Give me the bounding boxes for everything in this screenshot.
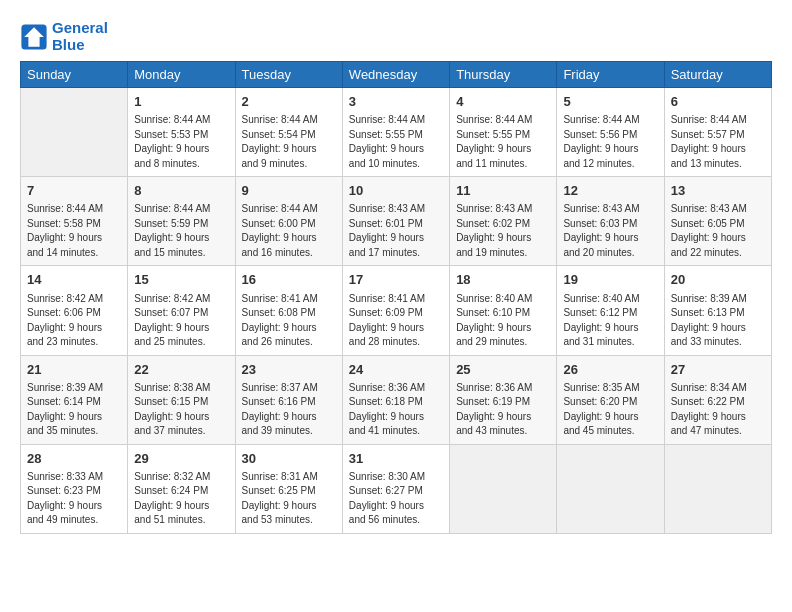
cell-content: Sunrise: 8:44 AMSunset: 5:55 PMDaylight:…	[349, 113, 443, 171]
daylight-text: Daylight: 9 hours and 25 minutes.	[134, 321, 228, 350]
daylight-text: Daylight: 9 hours and 39 minutes.	[242, 410, 336, 439]
cell-content: Sunrise: 8:31 AMSunset: 6:25 PMDaylight:…	[242, 470, 336, 528]
cell-content: Sunrise: 8:44 AMSunset: 5:55 PMDaylight:…	[456, 113, 550, 171]
sunrise-text: Sunrise: 8:33 AM	[27, 470, 121, 485]
sunrise-text: Sunrise: 8:44 AM	[456, 113, 550, 128]
sunrise-text: Sunrise: 8:39 AM	[27, 381, 121, 396]
calendar-cell: 7Sunrise: 8:44 AMSunset: 5:58 PMDaylight…	[21, 177, 128, 266]
sunset-text: Sunset: 6:00 PM	[242, 217, 336, 232]
logo-icon	[20, 23, 48, 51]
calendar-cell: 19Sunrise: 8:40 AMSunset: 6:12 PMDayligh…	[557, 266, 664, 355]
sunrise-text: Sunrise: 8:44 AM	[242, 113, 336, 128]
day-number: 11	[456, 182, 550, 200]
day-number: 28	[27, 450, 121, 468]
day-number: 22	[134, 361, 228, 379]
daylight-text: Daylight: 9 hours and 12 minutes.	[563, 142, 657, 171]
cell-content: Sunrise: 8:35 AMSunset: 6:20 PMDaylight:…	[563, 381, 657, 439]
calendar-week-row: 14Sunrise: 8:42 AMSunset: 6:06 PMDayligh…	[21, 266, 772, 355]
sunset-text: Sunset: 6:12 PM	[563, 306, 657, 321]
sunset-text: Sunset: 6:14 PM	[27, 395, 121, 410]
cell-content: Sunrise: 8:43 AMSunset: 6:05 PMDaylight:…	[671, 202, 765, 260]
sunset-text: Sunset: 6:22 PM	[671, 395, 765, 410]
calendar-cell: 25Sunrise: 8:36 AMSunset: 6:19 PMDayligh…	[450, 355, 557, 444]
sunset-text: Sunset: 6:09 PM	[349, 306, 443, 321]
day-number: 3	[349, 93, 443, 111]
daylight-text: Daylight: 9 hours and 14 minutes.	[27, 231, 121, 260]
cell-content: Sunrise: 8:39 AMSunset: 6:14 PMDaylight:…	[27, 381, 121, 439]
day-number: 26	[563, 361, 657, 379]
calendar-week-row: 21Sunrise: 8:39 AMSunset: 6:14 PMDayligh…	[21, 355, 772, 444]
daylight-text: Daylight: 9 hours and 33 minutes.	[671, 321, 765, 350]
calendar-cell: 6Sunrise: 8:44 AMSunset: 5:57 PMDaylight…	[664, 88, 771, 177]
cell-content: Sunrise: 8:40 AMSunset: 6:12 PMDaylight:…	[563, 292, 657, 350]
cell-content: Sunrise: 8:44 AMSunset: 5:54 PMDaylight:…	[242, 113, 336, 171]
daylight-text: Daylight: 9 hours and 26 minutes.	[242, 321, 336, 350]
cell-content: Sunrise: 8:44 AMSunset: 5:57 PMDaylight:…	[671, 113, 765, 171]
calendar-cell: 27Sunrise: 8:34 AMSunset: 6:22 PMDayligh…	[664, 355, 771, 444]
sunset-text: Sunset: 5:55 PM	[456, 128, 550, 143]
header-day: Friday	[557, 62, 664, 88]
daylight-text: Daylight: 9 hours and 29 minutes.	[456, 321, 550, 350]
day-number: 31	[349, 450, 443, 468]
cell-content: Sunrise: 8:41 AMSunset: 6:08 PMDaylight:…	[242, 292, 336, 350]
header-day: Monday	[128, 62, 235, 88]
cell-content: Sunrise: 8:38 AMSunset: 6:15 PMDaylight:…	[134, 381, 228, 439]
day-number: 21	[27, 361, 121, 379]
sunset-text: Sunset: 6:07 PM	[134, 306, 228, 321]
calendar-week-row: 1Sunrise: 8:44 AMSunset: 5:53 PMDaylight…	[21, 88, 772, 177]
header-day: Saturday	[664, 62, 771, 88]
day-number: 1	[134, 93, 228, 111]
day-number: 14	[27, 271, 121, 289]
daylight-text: Daylight: 9 hours and 13 minutes.	[671, 142, 765, 171]
day-number: 6	[671, 93, 765, 111]
daylight-text: Daylight: 9 hours and 10 minutes.	[349, 142, 443, 171]
calendar-cell: 8Sunrise: 8:44 AMSunset: 5:59 PMDaylight…	[128, 177, 235, 266]
sunrise-text: Sunrise: 8:37 AM	[242, 381, 336, 396]
daylight-text: Daylight: 9 hours and 8 minutes.	[134, 142, 228, 171]
day-number: 30	[242, 450, 336, 468]
sunrise-text: Sunrise: 8:31 AM	[242, 470, 336, 485]
calendar-week-row: 7Sunrise: 8:44 AMSunset: 5:58 PMDaylight…	[21, 177, 772, 266]
calendar-cell: 29Sunrise: 8:32 AMSunset: 6:24 PMDayligh…	[128, 444, 235, 533]
daylight-text: Daylight: 9 hours and 31 minutes.	[563, 321, 657, 350]
day-number: 20	[671, 271, 765, 289]
daylight-text: Daylight: 9 hours and 20 minutes.	[563, 231, 657, 260]
sunset-text: Sunset: 5:59 PM	[134, 217, 228, 232]
logo: General Blue	[20, 20, 108, 53]
calendar-cell: 12Sunrise: 8:43 AMSunset: 6:03 PMDayligh…	[557, 177, 664, 266]
day-number: 29	[134, 450, 228, 468]
cell-content: Sunrise: 8:37 AMSunset: 6:16 PMDaylight:…	[242, 381, 336, 439]
cell-content: Sunrise: 8:36 AMSunset: 6:19 PMDaylight:…	[456, 381, 550, 439]
calendar-cell: 21Sunrise: 8:39 AMSunset: 6:14 PMDayligh…	[21, 355, 128, 444]
sunrise-text: Sunrise: 8:41 AM	[349, 292, 443, 307]
daylight-text: Daylight: 9 hours and 56 minutes.	[349, 499, 443, 528]
cell-content: Sunrise: 8:44 AMSunset: 6:00 PMDaylight:…	[242, 202, 336, 260]
daylight-text: Daylight: 9 hours and 11 minutes.	[456, 142, 550, 171]
cell-content: Sunrise: 8:44 AMSunset: 5:56 PMDaylight:…	[563, 113, 657, 171]
sunset-text: Sunset: 6:27 PM	[349, 484, 443, 499]
day-number: 5	[563, 93, 657, 111]
header-day: Tuesday	[235, 62, 342, 88]
daylight-text: Daylight: 9 hours and 22 minutes.	[671, 231, 765, 260]
sunrise-text: Sunrise: 8:43 AM	[563, 202, 657, 217]
daylight-text: Daylight: 9 hours and 41 minutes.	[349, 410, 443, 439]
sunset-text: Sunset: 6:06 PM	[27, 306, 121, 321]
calendar-cell: 16Sunrise: 8:41 AMSunset: 6:08 PMDayligh…	[235, 266, 342, 355]
calendar-cell: 28Sunrise: 8:33 AMSunset: 6:23 PMDayligh…	[21, 444, 128, 533]
sunrise-text: Sunrise: 8:42 AM	[134, 292, 228, 307]
calendar-cell: 9Sunrise: 8:44 AMSunset: 6:00 PMDaylight…	[235, 177, 342, 266]
sunset-text: Sunset: 6:16 PM	[242, 395, 336, 410]
sunrise-text: Sunrise: 8:36 AM	[456, 381, 550, 396]
day-number: 27	[671, 361, 765, 379]
sunrise-text: Sunrise: 8:30 AM	[349, 470, 443, 485]
sunrise-text: Sunrise: 8:32 AM	[134, 470, 228, 485]
cell-content: Sunrise: 8:34 AMSunset: 6:22 PMDaylight:…	[671, 381, 765, 439]
daylight-text: Daylight: 9 hours and 53 minutes.	[242, 499, 336, 528]
day-number: 8	[134, 182, 228, 200]
sunset-text: Sunset: 6:23 PM	[27, 484, 121, 499]
calendar-cell: 4Sunrise: 8:44 AMSunset: 5:55 PMDaylight…	[450, 88, 557, 177]
sunset-text: Sunset: 6:02 PM	[456, 217, 550, 232]
day-number: 18	[456, 271, 550, 289]
daylight-text: Daylight: 9 hours and 19 minutes.	[456, 231, 550, 260]
day-number: 7	[27, 182, 121, 200]
